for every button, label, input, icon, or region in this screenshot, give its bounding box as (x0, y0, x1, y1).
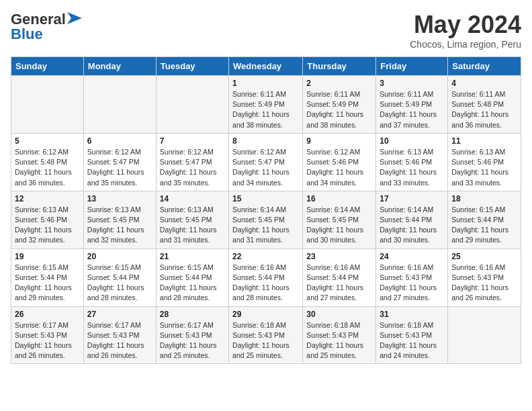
calendar-cell: 30Sunrise: 6:18 AM Sunset: 5:43 PM Dayli… (303, 306, 376, 364)
day-number: 10 (380, 136, 444, 146)
day-number: 1 (232, 79, 299, 88)
calendar-cell: 28Sunrise: 6:17 AM Sunset: 5:43 PM Dayli… (156, 306, 228, 364)
weekday-header: Thursday (303, 57, 376, 76)
day-number: 4 (451, 79, 517, 88)
svg-marker-0 (67, 12, 82, 24)
day-info: Sunrise: 6:12 AM Sunset: 5:48 PM Dayligh… (15, 147, 80, 188)
day-info: Sunrise: 6:11 AM Sunset: 5:49 PM Dayligh… (232, 89, 299, 130)
calendar-cell: 7Sunrise: 6:12 AM Sunset: 5:47 PM Daylig… (156, 133, 228, 191)
day-info: Sunrise: 6:16 AM Sunset: 5:44 PM Dayligh… (232, 263, 299, 304)
day-number: 11 (451, 136, 517, 146)
calendar-cell: 9Sunrise: 6:12 AM Sunset: 5:46 PM Daylig… (303, 133, 376, 191)
day-number: 18 (451, 194, 517, 203)
day-number: 24 (380, 252, 444, 261)
location: Chocos, Lima region, Peru (410, 39, 521, 50)
weekday-header: Tuesday (156, 57, 228, 76)
day-info: Sunrise: 6:17 AM Sunset: 5:43 PM Dayligh… (87, 320, 152, 361)
day-number: 13 (87, 194, 152, 203)
day-number: 30 (306, 310, 372, 319)
logo-arrow-icon (67, 12, 82, 24)
day-info: Sunrise: 6:12 AM Sunset: 5:47 PM Dayligh… (160, 147, 225, 188)
calendar-cell: 6Sunrise: 6:12 AM Sunset: 5:47 PM Daylig… (83, 133, 156, 191)
calendar-cell: 10Sunrise: 6:13 AM Sunset: 5:46 PM Dayli… (376, 133, 448, 191)
logo: General Blue (11, 11, 82, 43)
month-title: May 2024 (410, 11, 521, 39)
day-number: 5 (15, 136, 80, 146)
calendar-cell (448, 306, 521, 364)
weekday-header: Sunday (11, 57, 84, 76)
calendar-cell: 23Sunrise: 6:16 AM Sunset: 5:44 PM Dayli… (303, 248, 376, 306)
day-number: 23 (306, 252, 372, 261)
calendar-cell: 20Sunrise: 6:15 AM Sunset: 5:44 PM Dayli… (83, 248, 156, 306)
calendar-cell: 11Sunrise: 6:13 AM Sunset: 5:46 PM Dayli… (448, 133, 521, 191)
day-number: 19 (15, 252, 80, 261)
calendar-cell: 15Sunrise: 6:14 AM Sunset: 5:45 PM Dayli… (229, 191, 303, 248)
weekday-header: Monday (83, 57, 156, 76)
day-number: 25 (451, 252, 517, 261)
day-info: Sunrise: 6:15 AM Sunset: 5:44 PM Dayligh… (160, 263, 225, 304)
day-number: 15 (232, 194, 299, 203)
day-info: Sunrise: 6:17 AM Sunset: 5:43 PM Dayligh… (15, 320, 80, 361)
day-number: 6 (87, 136, 152, 146)
calendar-table: SundayMondayTuesdayWednesdayThursdayFrid… (11, 56, 521, 364)
day-info: Sunrise: 6:12 AM Sunset: 5:47 PM Dayligh… (232, 147, 299, 188)
day-info: Sunrise: 6:16 AM Sunset: 5:44 PM Dayligh… (306, 263, 372, 304)
day-info: Sunrise: 6:13 AM Sunset: 5:45 PM Dayligh… (160, 205, 225, 246)
calendar-cell: 4Sunrise: 6:11 AM Sunset: 5:48 PM Daylig… (448, 76, 521, 134)
day-info: Sunrise: 6:13 AM Sunset: 5:45 PM Dayligh… (87, 205, 152, 246)
calendar-cell (83, 76, 156, 134)
day-info: Sunrise: 6:16 AM Sunset: 5:43 PM Dayligh… (451, 263, 517, 304)
day-number: 12 (15, 194, 80, 203)
day-info: Sunrise: 6:18 AM Sunset: 5:43 PM Dayligh… (380, 320, 444, 361)
calendar-cell: 2Sunrise: 6:11 AM Sunset: 5:49 PM Daylig… (303, 76, 376, 134)
day-info: Sunrise: 6:15 AM Sunset: 5:44 PM Dayligh… (87, 263, 152, 304)
day-number: 3 (380, 79, 444, 88)
calendar-header: SundayMondayTuesdayWednesdayThursdayFrid… (11, 57, 521, 76)
day-info: Sunrise: 6:11 AM Sunset: 5:49 PM Dayligh… (380, 89, 444, 130)
day-number: 8 (232, 136, 299, 146)
calendar-cell: 5Sunrise: 6:12 AM Sunset: 5:48 PM Daylig… (11, 133, 84, 191)
calendar-cell: 22Sunrise: 6:16 AM Sunset: 5:44 PM Dayli… (229, 248, 303, 306)
day-info: Sunrise: 6:15 AM Sunset: 5:44 PM Dayligh… (15, 263, 80, 304)
day-number: 28 (160, 310, 225, 319)
day-number: 7 (160, 136, 225, 146)
calendar-cell: 16Sunrise: 6:14 AM Sunset: 5:45 PM Dayli… (303, 191, 376, 248)
day-number: 22 (232, 252, 299, 261)
calendar-cell: 24Sunrise: 6:16 AM Sunset: 5:43 PM Dayli… (376, 248, 448, 306)
day-info: Sunrise: 6:14 AM Sunset: 5:44 PM Dayligh… (380, 205, 444, 246)
calendar-cell: 18Sunrise: 6:15 AM Sunset: 5:44 PM Dayli… (448, 191, 521, 248)
calendar-cell: 13Sunrise: 6:13 AM Sunset: 5:45 PM Dayli… (83, 191, 156, 248)
calendar-cell: 26Sunrise: 6:17 AM Sunset: 5:43 PM Dayli… (11, 306, 84, 364)
day-info: Sunrise: 6:12 AM Sunset: 5:47 PM Dayligh… (87, 147, 152, 188)
day-info: Sunrise: 6:18 AM Sunset: 5:43 PM Dayligh… (232, 320, 299, 361)
page-header: General Blue May 2024 Chocos, Lima regio… (11, 11, 521, 50)
day-number: 17 (380, 194, 444, 203)
calendar-cell: 3Sunrise: 6:11 AM Sunset: 5:49 PM Daylig… (376, 76, 448, 134)
day-number: 21 (160, 252, 225, 261)
title-block: May 2024 Chocos, Lima region, Peru (410, 11, 521, 50)
day-number: 31 (380, 310, 444, 319)
calendar-cell: 17Sunrise: 6:14 AM Sunset: 5:44 PM Dayli… (376, 191, 448, 248)
day-info: Sunrise: 6:13 AM Sunset: 5:46 PM Dayligh… (451, 147, 517, 188)
day-info: Sunrise: 6:14 AM Sunset: 5:45 PM Dayligh… (232, 205, 299, 246)
weekday-header: Saturday (448, 57, 521, 76)
day-number: 26 (15, 310, 80, 319)
calendar-cell: 21Sunrise: 6:15 AM Sunset: 5:44 PM Dayli… (156, 248, 228, 306)
calendar-cell: 1Sunrise: 6:11 AM Sunset: 5:49 PM Daylig… (229, 76, 303, 134)
day-info: Sunrise: 6:12 AM Sunset: 5:46 PM Dayligh… (306, 147, 372, 188)
day-info: Sunrise: 6:13 AM Sunset: 5:46 PM Dayligh… (15, 205, 80, 246)
calendar-cell: 29Sunrise: 6:18 AM Sunset: 5:43 PM Dayli… (229, 306, 303, 364)
weekday-header: Friday (376, 57, 448, 76)
day-info: Sunrise: 6:15 AM Sunset: 5:44 PM Dayligh… (451, 205, 517, 246)
calendar-cell: 8Sunrise: 6:12 AM Sunset: 5:47 PM Daylig… (229, 133, 303, 191)
calendar-cell: 12Sunrise: 6:13 AM Sunset: 5:46 PM Dayli… (11, 191, 84, 248)
calendar-cell: 19Sunrise: 6:15 AM Sunset: 5:44 PM Dayli… (11, 248, 84, 306)
day-info: Sunrise: 6:11 AM Sunset: 5:48 PM Dayligh… (451, 89, 517, 130)
day-info: Sunrise: 6:14 AM Sunset: 5:45 PM Dayligh… (306, 205, 372, 246)
day-info: Sunrise: 6:13 AM Sunset: 5:46 PM Dayligh… (380, 147, 444, 188)
logo-blue: Blue (11, 26, 43, 43)
day-info: Sunrise: 6:18 AM Sunset: 5:43 PM Dayligh… (306, 320, 372, 361)
day-number: 16 (306, 194, 372, 203)
calendar-cell: 27Sunrise: 6:17 AM Sunset: 5:43 PM Dayli… (83, 306, 156, 364)
day-number: 2 (306, 79, 372, 88)
